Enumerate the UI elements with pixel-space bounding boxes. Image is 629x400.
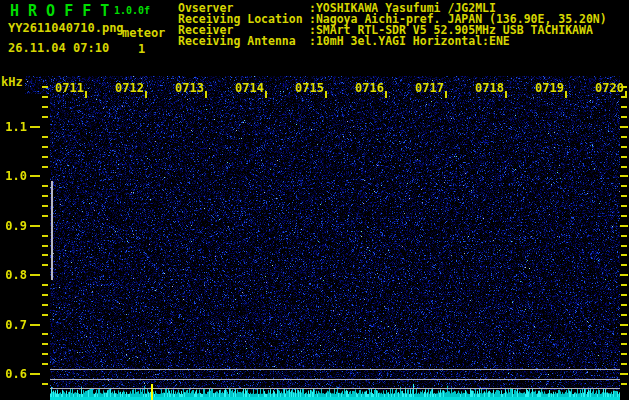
- freq-minor-tick: [42, 156, 48, 158]
- freq-major-tick: [30, 126, 40, 128]
- freq-minor-tick: [42, 166, 48, 168]
- freq-minor-tick: [621, 383, 627, 385]
- time-tick: [205, 91, 207, 98]
- echo-count: 1: [138, 42, 145, 56]
- freq-minor-tick: [42, 96, 48, 98]
- freq-minor-tick: [42, 333, 48, 335]
- spectrogram-canvas: [25, 76, 620, 400]
- freq-minor-tick: [621, 304, 627, 306]
- freq-minor-tick: [621, 156, 627, 158]
- reference-line-middle: [50, 379, 620, 380]
- time-label: 0713: [170, 82, 204, 94]
- freq-major-tick: [620, 175, 628, 177]
- freq-minor-tick: [42, 343, 48, 345]
- freq-minor-tick: [621, 116, 627, 118]
- freq-minor-tick: [42, 353, 48, 355]
- freq-major-tick: [30, 175, 40, 177]
- freq-major-tick: [30, 324, 40, 326]
- output-filename: YY2611040710.png: [8, 21, 124, 35]
- freq-minor-tick: [621, 314, 627, 316]
- freq-minor-tick: [621, 136, 627, 138]
- time-tick: [625, 91, 627, 98]
- freq-minor-tick: [621, 185, 627, 187]
- time-label: 0715: [290, 82, 324, 94]
- freq-minor-tick: [621, 284, 627, 286]
- info-value: :10mH 3el.YAGI Horizontal:ENE: [309, 36, 510, 47]
- freq-label: 1.1: [0, 121, 27, 133]
- app-version: 1.0.0f: [114, 5, 150, 16]
- freq-minor-tick: [621, 195, 627, 197]
- time-tick: [385, 91, 387, 98]
- freq-unit-label: kHz: [1, 75, 23, 89]
- freq-minor-tick: [621, 245, 627, 247]
- freq-label: 1.0: [0, 170, 27, 182]
- datetime-label: 26.11.04 07:10: [8, 41, 109, 55]
- freq-major-tick: [620, 225, 628, 227]
- freq-minor-tick: [621, 106, 627, 108]
- info-label: Receiving Antenna: [178, 36, 309, 47]
- station-info-block: Ovserver:YOSHIKAWA Yasufumi /JG2MLIRecei…: [178, 3, 607, 47]
- freq-major-tick: [620, 373, 628, 375]
- freq-minor-tick: [42, 195, 48, 197]
- freq-major-tick: [620, 126, 628, 128]
- reference-line-lower: [50, 388, 620, 389]
- freq-minor-tick: [42, 106, 48, 108]
- freq-minor-tick: [42, 235, 48, 237]
- freq-minor-tick: [42, 146, 48, 148]
- time-tick: [145, 91, 147, 98]
- freq-minor-tick: [621, 166, 627, 168]
- freq-major-tick: [620, 324, 628, 326]
- info-row: Receiving Antenna:10mH 3el.YAGI Horizont…: [178, 36, 607, 47]
- time-label: 0719: [530, 82, 564, 94]
- time-label: 0711: [50, 82, 84, 94]
- time-tick: [565, 91, 567, 98]
- hrofft-window: H R O F F T 1.0.0f YY2611040710.png mete…: [0, 0, 629, 400]
- freq-minor-tick: [42, 304, 48, 306]
- freq-minor-tick: [621, 333, 627, 335]
- time-tick: [505, 91, 507, 98]
- freq-minor-tick: [42, 294, 48, 296]
- calibration-bar: [51, 181, 53, 280]
- freq-label: 0.6: [0, 368, 27, 380]
- freq-minor-tick: [42, 116, 48, 118]
- mode-label: meteor: [122, 26, 165, 40]
- freq-major-tick: [620, 274, 628, 276]
- reference-line-upper: [50, 369, 620, 370]
- freq-minor-tick: [621, 294, 627, 296]
- freq-major-tick: [30, 373, 40, 375]
- time-label: 0720: [590, 82, 624, 94]
- time-tick: [445, 91, 447, 98]
- freq-label: 0.8: [0, 269, 27, 281]
- freq-minor-tick: [621, 254, 627, 256]
- freq-minor-tick: [621, 146, 627, 148]
- freq-minor-tick: [621, 264, 627, 266]
- freq-minor-tick: [621, 205, 627, 207]
- freq-minor-tick: [42, 383, 48, 385]
- freq-minor-tick: [42, 284, 48, 286]
- freq-minor-tick: [621, 363, 627, 365]
- time-tick: [265, 91, 267, 98]
- time-label: 0712: [110, 82, 144, 94]
- freq-label: 0.9: [0, 220, 27, 232]
- time-label: 0718: [470, 82, 504, 94]
- freq-minor-tick: [42, 254, 48, 256]
- time-tick: [325, 91, 327, 98]
- freq-minor-tick: [621, 215, 627, 217]
- freq-minor-tick: [621, 343, 627, 345]
- app-title: H R O F F T: [10, 2, 109, 20]
- freq-minor-tick: [621, 353, 627, 355]
- time-label: 0716: [350, 82, 384, 94]
- time-label: 0714: [230, 82, 264, 94]
- freq-minor-tick: [42, 363, 48, 365]
- freq-minor-tick: [42, 86, 48, 88]
- time-tick: [85, 91, 87, 98]
- freq-major-tick: [30, 225, 40, 227]
- freq-minor-tick: [42, 205, 48, 207]
- freq-minor-tick: [42, 215, 48, 217]
- freq-minor-tick: [621, 235, 627, 237]
- freq-minor-tick: [42, 245, 48, 247]
- time-label: 0717: [410, 82, 444, 94]
- freq-minor-tick: [42, 264, 48, 266]
- freq-minor-tick: [42, 314, 48, 316]
- meteor-echo-marker: [151, 384, 153, 400]
